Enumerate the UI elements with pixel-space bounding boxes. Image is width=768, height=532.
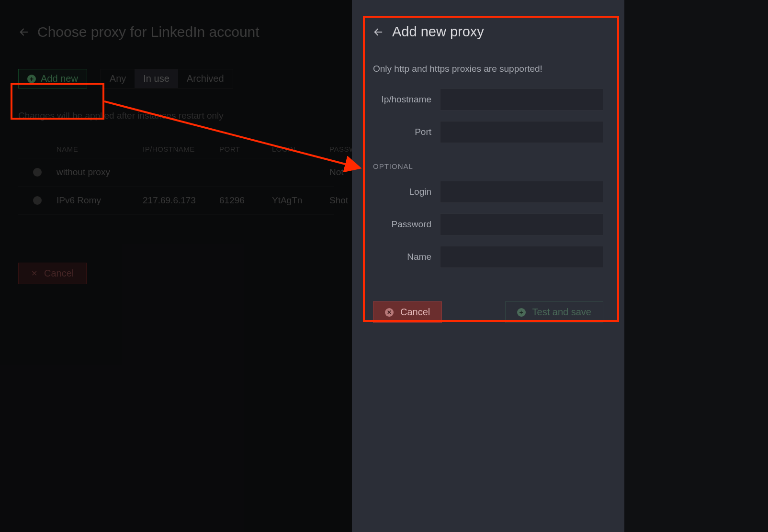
form-row-ip: Ip/hostname [373, 89, 603, 111]
info-text: Changes will be applied after instances … [18, 111, 334, 121]
cell-port: 61296 [219, 195, 272, 206]
plus-circle-icon: + [517, 308, 526, 317]
cell-login: YtAgTn [272, 195, 329, 206]
cell-name: without proxy [56, 167, 143, 177]
test-save-label: Test and save [532, 307, 591, 318]
cell-ip: 217.69.6.173 [143, 195, 219, 206]
notice-text: Only http and https proxies are supporte… [373, 64, 603, 74]
choose-proxy-panel: Choose proxy for LinkedIn account + Add … [0, 0, 352, 532]
toolbar-row: + Add new Any In use Archived [18, 69, 334, 89]
form-row-login: Login [373, 181, 603, 203]
label-name: Name [373, 252, 440, 262]
col-name: NAME [56, 145, 143, 153]
proxy-table: NAME IP/HOSTNAME PORT LOGIN PASSWORD wit… [18, 140, 334, 215]
optional-label: OPTIONAL [373, 162, 603, 170]
table-header: NAME IP/HOSTNAME PORT LOGIN PASSWORD [18, 140, 334, 158]
add-new-label: Add new [41, 73, 78, 84]
col-port: PORT [219, 145, 272, 153]
right-actions: ✕ Cancel + Test and save [352, 288, 624, 336]
add-proxy-panel: Add new proxy Only http and https proxie… [352, 0, 624, 532]
col-login: LOGIN [272, 145, 329, 153]
login-input[interactable] [440, 181, 603, 203]
cancel-label: Cancel [400, 307, 430, 318]
panel-title: Add new proxy [392, 24, 484, 40]
label-password: Password [373, 219, 440, 230]
back-arrow-icon[interactable] [18, 26, 30, 38]
header-row: Choose proxy for LinkedIn account [18, 24, 334, 40]
plus-circle-icon: + [27, 75, 36, 83]
radio-icon[interactable] [33, 196, 42, 205]
password-input[interactable] [440, 213, 603, 235]
form-row-name: Name [373, 246, 603, 268]
back-arrow-icon[interactable] [373, 27, 384, 37]
cancel-label: Cancel [44, 268, 74, 279]
port-input[interactable] [440, 121, 603, 143]
cell-name: IPv6 Romy [56, 195, 143, 206]
page-title: Choose proxy for LinkedIn account [37, 24, 260, 40]
cancel-button[interactable]: ✕ Cancel [18, 263, 87, 284]
table-row[interactable]: IPv6 Romy 217.69.6.173 61296 YtAgTn Shot [18, 186, 334, 215]
form-row-password: Password [373, 213, 603, 235]
col-ip: IP/HOSTNAME [143, 145, 219, 153]
form-row-port: Port [373, 121, 603, 143]
label-login: Login [373, 187, 440, 197]
label-ip: Ip/hostname [373, 94, 440, 105]
filter-tab-any[interactable]: Any [101, 69, 135, 88]
label-port: Port [373, 127, 440, 137]
right-header: Add new proxy [352, 0, 624, 54]
radio-icon[interactable] [33, 168, 42, 177]
table-row[interactable]: without proxy Not [18, 158, 334, 186]
right-body: Only http and https proxies are supporte… [352, 54, 624, 288]
filter-tab-in-use[interactable]: In use [135, 69, 178, 88]
add-new-button[interactable]: + Add new [18, 69, 87, 89]
filter-tabs: Any In use Archived [101, 69, 233, 89]
filter-tab-archived[interactable]: Archived [178, 69, 233, 88]
test-and-save-button[interactable]: + Test and save [505, 301, 603, 323]
name-input[interactable] [440, 246, 603, 268]
cancel-button[interactable]: ✕ Cancel [373, 301, 442, 323]
close-circle-icon: ✕ [385, 308, 394, 317]
close-icon: ✕ [31, 269, 37, 278]
ip-hostname-input[interactable] [440, 89, 603, 111]
